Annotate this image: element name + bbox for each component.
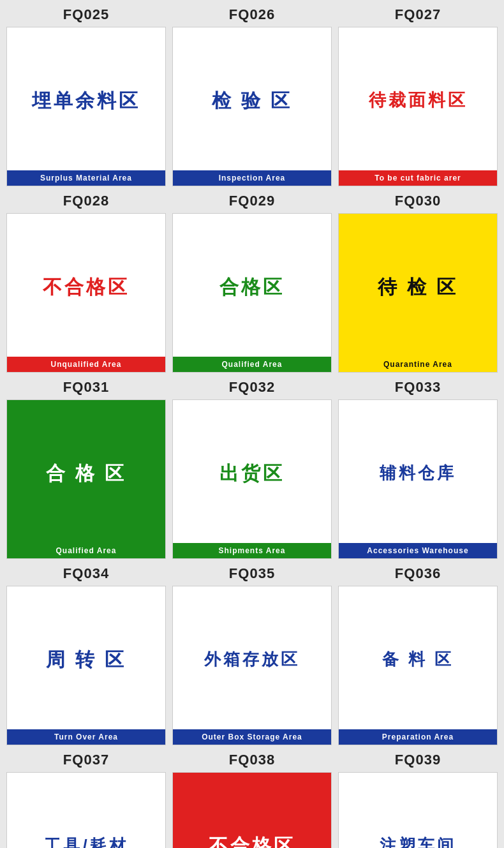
product-code: FQ026: [229, 6, 275, 23]
product-cell-fq031[interactable]: FQ031合 格 区Qualified Area: [6, 379, 166, 559]
sign-main-area: 埋单余料区: [7, 27, 165, 170]
product-code: FQ027: [395, 6, 441, 23]
sign-english-text: Turn Over Area: [7, 729, 165, 745]
product-code: FQ031: [63, 379, 109, 396]
product-code: FQ036: [395, 565, 441, 582]
sign-chinese-text: 待裁面料区: [369, 90, 468, 110]
product-code: FQ028: [63, 193, 109, 209]
sign-english-text: Accessories Warehouse: [339, 543, 497, 558]
sign-english-text: Quarantine Area: [339, 357, 497, 372]
product-cell-fq039[interactable]: FQ039注塑车间Injection Molding Workshop: [338, 752, 498, 848]
product-cell-fq038[interactable]: FQ038不合格区Unqualified Area: [172, 752, 332, 848]
product-code: FQ029: [229, 193, 275, 209]
sign-main-area: 周 转 区: [7, 586, 165, 729]
product-sign: 待裁面料区To be cut fabric arer: [338, 27, 498, 186]
product-cell-fq029[interactable]: FQ029合格区Qualified Area: [172, 193, 332, 373]
sign-chinese-text: 注塑车间: [380, 836, 456, 848]
sign-chinese-text: 合格区: [219, 276, 285, 299]
product-sign: 备 料 区Preparation Area: [338, 586, 498, 745]
product-cell-fq025[interactable]: FQ025埋单余料区Surplus Material Area: [6, 6, 166, 186]
sign-main-area: 辅料仓库: [339, 400, 497, 543]
product-cell-fq032[interactable]: FQ032出货区Shipments Area: [172, 379, 332, 559]
product-sign: 不合格区Unqualified Area: [172, 772, 332, 848]
sign-main-area: 备 料 区: [339, 586, 497, 729]
product-sign: 出货区Shipments Area: [172, 399, 332, 559]
product-code: FQ037: [63, 752, 109, 768]
product-cell-fq027[interactable]: FQ027待裁面料区To be cut fabric arer: [338, 6, 498, 186]
sign-main-area: 不合格区: [173, 773, 331, 848]
product-sign: 待 检 区Quarantine Area: [338, 213, 498, 373]
sign-english-text: Shipments Area: [173, 543, 331, 558]
sign-main-area: 不合格区: [7, 214, 165, 357]
sign-main-area: 待 检 区: [339, 214, 497, 357]
sign-main-area: 注塑车间: [339, 773, 497, 848]
sign-chinese-text: 检 验 区: [212, 89, 293, 112]
sign-english-text: Surplus Material Area: [7, 170, 165, 186]
sign-chinese-text: 合 格 区: [46, 462, 127, 485]
product-cell-fq037[interactable]: FQ037工具/耗材Tools/Supplies: [6, 752, 166, 848]
sign-main-area: 合 格 区: [7, 400, 165, 543]
sign-english-text: Preparation Area: [339, 729, 497, 745]
product-cell-fq030[interactable]: FQ030待 检 区Quarantine Area: [338, 193, 498, 373]
sign-chinese-text: 周 转 区: [46, 648, 127, 671]
sign-chinese-text: 工具/耗材: [44, 836, 128, 848]
sign-chinese-text: 不合格区: [43, 276, 130, 299]
product-sign: 合格区Qualified Area: [172, 213, 332, 373]
product-sign: 辅料仓库Accessories Warehouse: [338, 399, 498, 559]
product-cell-fq036[interactable]: FQ036备 料 区Preparation Area: [338, 565, 498, 745]
sign-chinese-text: 待 检 区: [378, 276, 459, 299]
sign-english-text: Qualified Area: [7, 543, 165, 558]
product-code: FQ035: [229, 565, 275, 582]
sign-main-area: 合格区: [173, 214, 331, 357]
sign-main-area: 工具/耗材: [7, 773, 165, 848]
product-code: FQ032: [229, 379, 275, 396]
product-code: FQ030: [395, 193, 441, 209]
product-sign: 周 转 区Turn Over Area: [6, 586, 166, 745]
sign-chinese-text: 辅料仓库: [380, 463, 456, 483]
product-sign: 注塑车间Injection Molding Workshop: [338, 772, 498, 848]
sign-english-text: Outer Box Storage Area: [173, 729, 331, 745]
product-code: FQ034: [63, 565, 109, 582]
sign-english-text: Unqualified Area: [7, 357, 165, 372]
sign-main-area: 待裁面料区: [339, 27, 497, 170]
product-code: FQ038: [229, 752, 275, 768]
sign-chinese-text: 埋单余料区: [32, 89, 140, 112]
sign-english-text: Qualified Area: [173, 357, 331, 372]
product-code: FQ039: [395, 752, 441, 768]
product-sign: 工具/耗材Tools/Supplies: [6, 772, 166, 848]
product-sign: 不合格区Unqualified Area: [6, 213, 166, 373]
product-cell-fq035[interactable]: FQ035外箱存放区Outer Box Storage Area: [172, 565, 332, 745]
product-sign: 合 格 区Qualified Area: [6, 399, 166, 559]
sign-main-area: 外箱存放区: [173, 586, 331, 729]
product-sign: 埋单余料区Surplus Material Area: [6, 27, 166, 186]
sign-english-text: Inspection Area: [173, 170, 331, 186]
product-cell-fq028[interactable]: FQ028不合格区Unqualified Area: [6, 193, 166, 373]
product-sign: 检 验 区Inspection Area: [172, 27, 332, 186]
product-code: FQ033: [395, 379, 441, 396]
sign-main-area: 出货区: [173, 400, 331, 543]
sign-main-area: 检 验 区: [173, 27, 331, 170]
sign-chinese-text: 外箱存放区: [204, 650, 300, 669]
product-sign: 外箱存放区Outer Box Storage Area: [172, 586, 332, 745]
product-code: FQ025: [63, 6, 109, 23]
product-cell-fq033[interactable]: FQ033辅料仓库Accessories Warehouse: [338, 379, 498, 559]
product-cell-fq034[interactable]: FQ034周 转 区Turn Over Area: [6, 565, 166, 745]
product-cell-fq026[interactable]: FQ026检 验 区Inspection Area: [172, 6, 332, 186]
sign-chinese-text: 出货区: [219, 462, 285, 485]
sign-chinese-text: 备 料 区: [382, 650, 454, 669]
product-grid: FQ025埋单余料区Surplus Material AreaFQ026检 验 …: [0, 0, 504, 848]
sign-chinese-text: 不合格区: [209, 835, 295, 849]
sign-english-text: To be cut fabric arer: [339, 170, 497, 186]
